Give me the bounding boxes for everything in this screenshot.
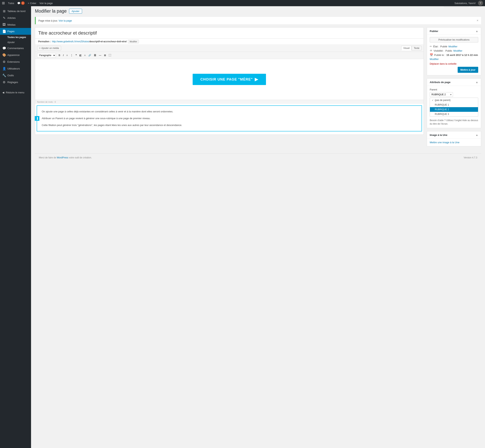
publish-panel: Publier ▲ Prévisualiser les modification… [427, 27, 481, 75]
adminbar-site-name[interactable]: Tutos [8, 2, 14, 5]
sidebar-item-utilisateurs[interactable]: 👤 Utilisateurs [0, 65, 31, 72]
toolbar-quote[interactable]: ❝ [74, 53, 78, 57]
adminbar-voir-page[interactable]: Voir la page [39, 2, 53, 5]
editor-toolbar-top: + Ajouter un média Visuel Texte [35, 45, 423, 52]
apparence-icon: 🎨 [2, 53, 6, 57]
toolbar-table[interactable]: ⊞ [103, 53, 107, 57]
info-p3: Cette filiation peut générer trois "géné… [42, 123, 417, 127]
info-box: ▐ On ajoute une page à celles déjà exist… [37, 105, 422, 131]
outils-icon: 🔧 [2, 73, 6, 77]
preview-button[interactable]: Prévisualiser les modifications [430, 37, 478, 42]
medias-icon: 🖼 [2, 23, 6, 26]
info-box-icon: ▐ [35, 116, 39, 121]
extensions-icon: ⚙ [2, 60, 6, 64]
info-p1: On ajoute une page à celles déjà existan… [42, 110, 417, 114]
etat-modifier-link[interactable]: Modifier [448, 45, 457, 48]
editor-body[interactable]: CHOISIR UNE PAGE "MÈRE" ▶ [35, 59, 423, 100]
toolbar-unlink[interactable]: ⛓ [93, 53, 97, 57]
trash-link[interactable]: Déplacer dans la corbeille [430, 63, 478, 65]
post-title-input[interactable] [35, 28, 423, 39]
voir-la-page-link[interactable]: Voir la page [59, 19, 72, 22]
wp-logo-icon[interactable]: ⊞ [2, 1, 5, 5]
toolbar-align-left[interactable]: ◧ [78, 53, 83, 57]
footer: Merci de faire de WordPress votre outil … [35, 153, 481, 162]
update-notice-text: Page mise à jour. Voir la page [39, 19, 72, 22]
attributes-panel: Attributs de page ▲ Parent (pas de paren… [427, 78, 481, 128]
wordpress-link[interactable]: WordPress [57, 156, 68, 159]
update-button[interactable]: Mettre à jour [458, 67, 478, 73]
adminbar-right: Salutations, YannV Y [454, 0, 483, 6]
footer-left: Merci de faire de WordPress votre outil … [39, 156, 92, 159]
parent-label: Parent [430, 88, 478, 91]
toolbar-ul[interactable]: ≡ [65, 53, 69, 57]
toolbar-more[interactable]: — [98, 53, 102, 57]
reduce-menu-button[interactable]: ◀ Réduire le menu [0, 89, 31, 96]
attributes-panel-toggle[interactable]: ▲ [476, 80, 478, 84]
publish-panel-body: Prévisualiser les modifications ✏ État :… [427, 35, 481, 75]
sidebar-item-apparence[interactable]: 🎨 Apparence [0, 52, 31, 58]
choose-parent-page-button[interactable]: CHOISIR UNE PAGE "MÈRE" ▶ [193, 74, 266, 85]
toolbar-ol[interactable]: ⋮ [69, 53, 74, 57]
dropdown-option-rubrique1[interactable]: ✓ RUBRIQUE 1 [430, 103, 478, 107]
set-featured-image-link[interactable]: Mettre une image à la Une [430, 141, 459, 144]
pages-icon: 📄 [2, 30, 6, 33]
editor-toolbar-format: Paragraphe Titre 1 Titre 2 Titre 3 B I ≡… [35, 52, 423, 59]
permalink-modifier-button[interactable]: Modifier [128, 40, 139, 43]
sidebar-item-articles[interactable]: ✎ Articles [0, 15, 31, 21]
checkmark-icon: ✓ [432, 99, 434, 102]
sidebar-subitem-toutes-les-pages[interactable]: Toutes les pages [0, 35, 31, 40]
toolbar-link[interactable]: 🔗 [87, 53, 92, 57]
parent-select[interactable]: (pas de parent) RUBRIQUE 1 RUBRIQUE 2 RU… [430, 92, 453, 97]
publie-date: 15 avril 2017 à 12 h 22 min [446, 54, 478, 56]
dropdown-option-rubrique3[interactable]: ✓ RUBRIQUE 3 [430, 112, 478, 116]
add-media-icon: + [39, 47, 40, 49]
update-notice: Page mise à jour. Voir la page × [35, 17, 481, 24]
etat-label: État : [433, 45, 439, 48]
close-notice-button[interactable]: × [477, 19, 478, 22]
visibilite-modifier-link[interactable]: Modifier [453, 49, 462, 52]
state-icon: ✏ [430, 45, 432, 48]
sidebar-item-medias[interactable]: 🖼 Médias [0, 21, 31, 28]
sidebar-item-commentaires[interactable]: 💬 Commentaires [0, 45, 31, 52]
adminbar-comments[interactable]: 💬 0 [17, 1, 25, 5]
toolbar-align-center[interactable]: ≡ [83, 53, 87, 57]
articles-icon: ✎ [2, 16, 6, 20]
add-page-button[interactable]: Ajouter [69, 9, 82, 14]
visibilite-value: Public [446, 49, 452, 52]
tab-text[interactable]: Texte [412, 46, 422, 50]
permalink-row: Permalien : http://www.gobelinsfc.fr/mm2… [35, 39, 423, 45]
calendar-icon: 📅 [430, 53, 433, 56]
visibility-icon: 👁 [430, 49, 432, 52]
cta-arrow-icon: ▶ [255, 77, 258, 82]
toolbar-fullscreen[interactable]: ⛶ [108, 53, 112, 57]
featured-image-panel-body: Mettre une image à la Une [427, 139, 481, 146]
reglages-icon: ⚙ [2, 80, 6, 84]
admin-bar: ⊞ Tutos 💬 0 + Créer Voir la page Salutat… [0, 0, 485, 6]
tab-visual[interactable]: Visuel [401, 46, 412, 50]
dropdown-option-rubrique2[interactable]: ✓ RUBRIQUE 2 [430, 107, 478, 112]
sidebar-item-pages[interactable]: 📄 Pages [0, 28, 31, 35]
toolbar-bold[interactable]: B [57, 53, 62, 57]
admin-sidebar: ⊞ Tableau de bord ✎ Articles 🖼 Médias 📄 … [0, 6, 31, 448]
editor-sidebar: Publier ▲ Prévisualiser les modification… [427, 27, 481, 150]
sidebar-item-extensions[interactable]: ⚙ Extensions [0, 58, 31, 65]
featured-image-panel-toggle[interactable]: ▲ [476, 133, 478, 136]
add-media-button[interactable]: + Ajouter un média [37, 46, 61, 50]
format-select[interactable]: Paragraphe Titre 1 Titre 2 Titre 3 [37, 53, 56, 58]
visual-text-tabs: Visuel Texte [401, 46, 422, 50]
sidebar-item-tableau-de-bord[interactable]: ⊞ Tableau de bord [0, 8, 31, 15]
parent-dropdown-popup: ✓ (pas de parent) ✓ RUBRIQUE 1 ✓ RUBRIQU… [430, 98, 478, 117]
sidebar-item-outils[interactable]: 🔧 Outils [0, 72, 31, 79]
modifier-date-link[interactable]: Modifier [430, 58, 478, 61]
status-row-etat: ✏ État : Publié Modifier [430, 45, 478, 48]
status-row-visibilite: 👁 Visibilité : Public Modifier [430, 49, 478, 52]
sidebar-subitem-ajouter-page[interactable]: Ajouter [0, 40, 31, 45]
publish-panel-toggle[interactable]: ▲ [476, 30, 478, 33]
dropdown-option-none[interactable]: ✓ (pas de parent) [430, 98, 478, 103]
toolbar-italic[interactable]: I [62, 53, 65, 57]
adminbar-avatar[interactable]: Y [478, 0, 483, 6]
permalink-link[interactable]: http://www.gobelinsfc.fr/mm25/tutos/desc… [52, 40, 127, 43]
editor-panel: Permalien : http://www.gobelinsfc.fr/mm2… [35, 27, 424, 135]
adminbar-creer[interactable]: + Créer [28, 2, 36, 5]
sidebar-item-reglages[interactable]: ⚙ Réglages [0, 79, 31, 86]
